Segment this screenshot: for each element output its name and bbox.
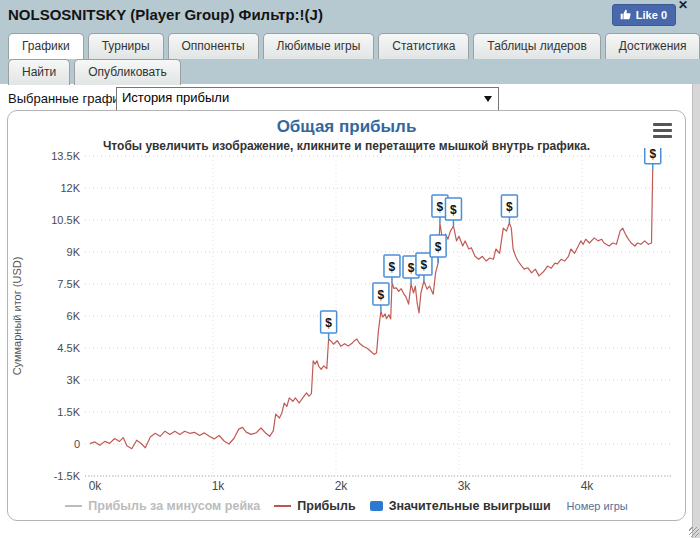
facebook-like-button[interactable]: Like 0 (612, 4, 676, 26)
svg-text:1k: 1k (212, 479, 226, 493)
legend-label: Прибыль за минусом рейка (88, 499, 260, 513)
tab-3[interactable]: Оппоненты (168, 33, 259, 59)
legend-item-3[interactable]: Значительные выигрыши (370, 499, 551, 513)
tab-6[interactable]: Таблицы лидеров (473, 33, 600, 59)
svg-text:-1.5K: -1.5K (54, 470, 81, 482)
legend-line-icon (65, 505, 82, 507)
svg-text:4.5K: 4.5K (57, 342, 80, 354)
graph-select-value: История прибыли (122, 90, 229, 105)
svg-text:2k: 2k (335, 479, 349, 493)
tab-1[interactable]: Графики (8, 33, 84, 59)
header: NOLSOSNITSKY (Player Group) Фильтр:!(J) … (0, 0, 700, 30)
svg-text:9K: 9K (67, 246, 81, 258)
tab-action-1[interactable]: Найти (8, 59, 70, 85)
svg-text:$: $ (389, 260, 396, 274)
svg-text:$: $ (649, 147, 656, 161)
svg-text:13.5K: 13.5K (51, 150, 80, 162)
tab-action-2[interactable]: Опубликовать (74, 59, 180, 85)
svg-text:$: $ (450, 203, 457, 217)
win-marker-8[interactable]: $ (445, 198, 461, 226)
chart-panel: Общая прибыль Чтобы увеличить изображени… (7, 110, 686, 521)
legend-label: Значительные выигрыши (389, 499, 551, 513)
svg-text:$: $ (506, 200, 513, 214)
x-axis-title: Номер игры (567, 500, 628, 512)
svg-text:3K: 3K (67, 374, 81, 386)
svg-text:0k: 0k (89, 479, 103, 493)
win-marker-1[interactable]: $ (321, 311, 337, 339)
win-marker-2[interactable]: $ (373, 283, 389, 311)
legend-square-icon (370, 501, 383, 511)
svg-text:$: $ (437, 200, 444, 214)
chart-svg[interactable]: -1.5K01.5K3K4.5K6K7.5K9K10.5K12K13.5K0k1… (8, 111, 685, 520)
win-marker-9[interactable]: $ (501, 195, 517, 223)
profit-line (90, 170, 653, 449)
resize-grip-icon[interactable] (689, 527, 699, 537)
legend-label: Прибыль (297, 499, 355, 513)
svg-text:12K: 12K (60, 182, 80, 194)
svg-text:$: $ (435, 240, 442, 254)
tab-bar: ГрафикиТурнирыОппонентыЛюбимые игрыСтати… (0, 30, 700, 84)
tab-row-2: НайтиОпубликовать (8, 59, 185, 85)
legend-line-icon (274, 505, 291, 507)
close-icon[interactable]: ✕ (678, 0, 688, 12)
legend-item-1[interactable]: Прибыль за минусом рейка (65, 499, 260, 513)
player-stats-widget: NOLSOSNITSKY (Player Group) Фильтр:!(J) … (0, 0, 700, 538)
tab-row-1: ГрафикиТурнирыОппонентыЛюбимые игрыСтати… (8, 33, 700, 59)
svg-text:$: $ (325, 316, 332, 330)
svg-text:$: $ (421, 258, 428, 272)
win-marker-3[interactable]: $ (384, 255, 400, 283)
page-title: NOLSOSNITSKY (Player Group) Фильтр:!(J) (8, 6, 323, 23)
like-label: Like 0 (636, 8, 667, 22)
svg-text:1.5K: 1.5K (57, 406, 80, 418)
win-marker-10[interactable]: $ (645, 142, 661, 170)
graph-select[interactable]: История прибыли (116, 87, 499, 111)
tab-2[interactable]: Турниры (88, 33, 164, 59)
tab-5[interactable]: Статистика (378, 33, 469, 59)
y-axis-title: Суммарный итог (USD) (11, 257, 23, 376)
svg-text:3k: 3k (458, 479, 472, 493)
gridlines (85, 156, 673, 476)
thumb-up-icon (620, 9, 631, 20)
svg-text:$: $ (378, 288, 385, 302)
tab-7[interactable]: Достижения (605, 33, 700, 59)
legend-item-2[interactable]: Прибыль (274, 499, 355, 513)
svg-text:$: $ (408, 261, 415, 275)
svg-text:7.5K: 7.5K (57, 278, 80, 290)
svg-text:10.5K: 10.5K (51, 214, 80, 226)
svg-text:0: 0 (74, 438, 80, 450)
chart-legend: Прибыль за минусом рейкаПрибыльЗначитель… (8, 499, 685, 513)
tab-4[interactable]: Любимые игры (263, 33, 375, 59)
svg-text:6K: 6K (67, 310, 81, 322)
significant-win-markers[interactable]: $$$$$$$$$$ (321, 142, 661, 339)
svg-text:4k: 4k (581, 479, 595, 493)
chevron-down-icon (484, 96, 492, 102)
